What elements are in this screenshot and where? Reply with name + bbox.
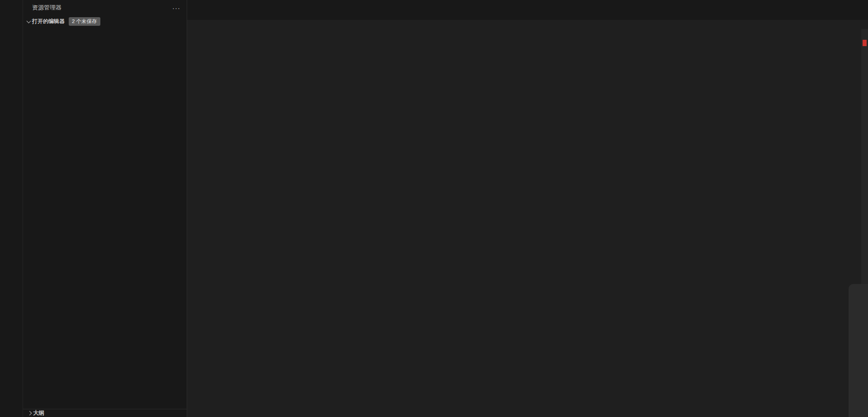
outline-section-header[interactable]: 大纲 (23, 409, 187, 417)
open-editors-label: 打开的编辑器 (32, 18, 65, 25)
sidebar-title: 资源管理器 (32, 4, 61, 12)
explorer-sidebar: 资源管理器 ··· 打开的编辑器 2 个未保存 大纲 (23, 0, 187, 417)
sidebar-header: 资源管理器 ··· (23, 0, 187, 15)
editor-actions (862, 0, 868, 20)
outline-label: 大纲 (33, 409, 44, 417)
more-actions-icon[interactable]: ··· (172, 4, 180, 12)
file-tree (23, 33, 187, 409)
chevron-right-icon (26, 412, 33, 415)
unsaved-count-badge: 2 个未保存 (69, 17, 100, 26)
code-editor[interactable] (187, 34, 868, 417)
minimap[interactable] (808, 34, 859, 35)
open-editors-section-header[interactable]: 打开的编辑器 2 个未保存 (23, 15, 187, 28)
editor-group (187, 0, 868, 417)
screenshot-tool-panel (849, 284, 868, 417)
activity-bar (0, 0, 23, 417)
breadcrumb (187, 20, 868, 34)
chevron-down-icon (25, 21, 32, 23)
vscode-window: 资源管理器 ··· 打开的编辑器 2 个未保存 大纲 (0, 0, 868, 417)
tab-bar (187, 0, 868, 20)
overview-ruler-error-mark (863, 40, 867, 46)
